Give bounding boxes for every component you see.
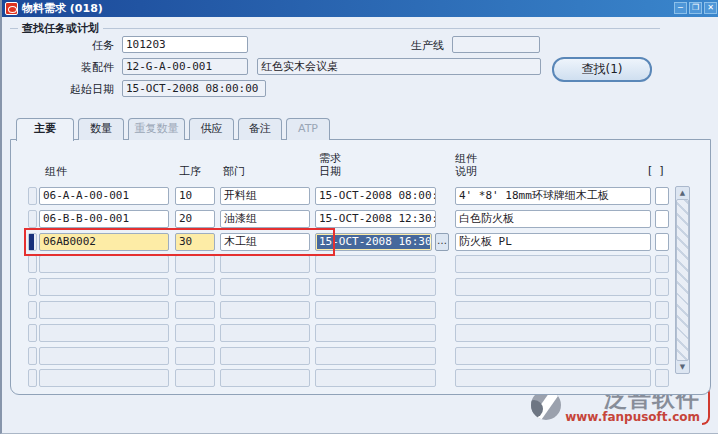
department-cell[interactable] [220, 255, 310, 273]
component-cell[interactable] [39, 255, 169, 273]
demand-date-cell[interactable] [315, 324, 436, 342]
component-cell[interactable] [39, 347, 169, 365]
table-row: 06-B-B-00-001 20 油漆组 15-OCT-2008 12:30:0… [11, 210, 710, 230]
component-cell[interactable] [39, 301, 169, 319]
maximize-icon[interactable]: ❐ [689, 2, 702, 14]
row-checkbox[interactable] [655, 347, 669, 365]
assembly-description-field[interactable]: 红色实木会议桌 [257, 58, 541, 75]
vertical-scrollbar[interactable]: ▲ ▼ [675, 186, 690, 374]
operation-cell[interactable]: 30 [175, 233, 215, 251]
start-date-label: 起始日期 [32, 82, 114, 97]
production-line-input[interactable] [452, 36, 540, 53]
table-row-current: 06AB0002 30 木工组 15-OCT-2008 16:30:00 … 防… [11, 233, 710, 253]
record-selector-current[interactable] [28, 233, 37, 251]
tab-quantity[interactable]: 数量 [78, 118, 124, 140]
demand-date-cell[interactable] [315, 301, 436, 319]
description-cell[interactable]: 防火板 PL [455, 233, 651, 251]
tab-main[interactable]: 主要 [16, 118, 74, 141]
description-cell[interactable] [455, 278, 651, 296]
description-cell[interactable]: 4' *8' 18mm环球牌细木工板 [455, 187, 651, 205]
tab-supply[interactable]: 供应 [189, 118, 234, 140]
operation-cell[interactable] [175, 347, 215, 365]
header-desc-line2: 说明 [455, 164, 477, 179]
tab-notes[interactable]: 备注 [238, 118, 282, 140]
demand-date-cell[interactable] [315, 347, 436, 365]
close-icon[interactable]: ✕ [704, 2, 717, 14]
component-cell[interactable]: 06AB0002 [39, 233, 169, 251]
description-cell[interactable] [455, 347, 651, 365]
operation-cell[interactable]: 20 [175, 210, 215, 228]
description-cell[interactable] [455, 301, 651, 319]
record-selector[interactable] [28, 210, 37, 228]
table-row-empty [11, 324, 710, 344]
description-cell[interactable] [455, 324, 651, 342]
demand-date-cell-selected[interactable]: 15-OCT-2008 16:30:00 [315, 233, 432, 251]
demand-date-cell[interactable] [315, 278, 436, 296]
find-button[interactable]: 查找(1) [552, 57, 652, 82]
title-bar: 物料需求 (018) ─ ❐ ✕ [2, 0, 718, 17]
operation-cell[interactable]: 10 [175, 187, 215, 205]
scroll-up-icon[interactable]: ▲ [676, 187, 689, 199]
window-title: 物料需求 (018) [22, 1, 103, 16]
department-cell[interactable] [220, 347, 310, 365]
description-cell[interactable] [455, 255, 651, 273]
record-selector[interactable] [28, 278, 37, 296]
description-cell[interactable] [455, 369, 651, 387]
operation-cell[interactable] [175, 369, 215, 387]
record-selector[interactable] [28, 324, 37, 342]
row-checkbox[interactable] [655, 210, 669, 228]
header-demand-line2: 日期 [319, 164, 341, 179]
operation-cell[interactable] [175, 255, 215, 273]
department-cell[interactable] [220, 278, 310, 296]
department-cell[interactable]: 木工组 [220, 233, 310, 251]
record-selector[interactable] [28, 255, 37, 273]
tab-repeat-quantity[interactable]: 重复数量 [128, 118, 185, 140]
table-row-empty [11, 369, 710, 389]
row-checkbox[interactable] [655, 301, 669, 319]
assembly-input[interactable]: 12-G-A-00-001 [122, 58, 248, 75]
row-checkbox[interactable] [655, 324, 669, 342]
scroll-down-icon[interactable]: ▼ [676, 361, 689, 373]
component-cell[interactable] [39, 369, 169, 387]
department-cell[interactable] [220, 324, 310, 342]
component-cell[interactable]: 06-A-A-00-001 [39, 187, 169, 205]
scrollbar-thumb[interactable] [676, 199, 689, 361]
component-cell[interactable]: 06-B-B-00-001 [39, 210, 169, 228]
task-input[interactable]: 101203 [122, 36, 248, 53]
header-operation: 工序 [179, 164, 201, 179]
start-date-input[interactable]: 15-OCT-2008 08:00:00 [122, 80, 266, 97]
operation-cell[interactable] [175, 301, 215, 319]
record-selector[interactable] [28, 301, 37, 319]
record-selector[interactable] [28, 187, 37, 205]
demand-date-cell[interactable]: 15-OCT-2008 08:00:00 [315, 187, 436, 205]
row-checkbox[interactable] [655, 369, 669, 387]
row-checkbox[interactable] [655, 255, 669, 273]
production-line-label: 生产线 [392, 38, 444, 53]
row-checkbox[interactable] [655, 278, 669, 296]
component-cell[interactable] [39, 278, 169, 296]
component-cell[interactable] [39, 324, 169, 342]
date-lov-ellipsis-button[interactable]: … [435, 233, 449, 251]
minimize-icon[interactable]: ─ [674, 2, 687, 14]
demand-date-cell[interactable]: 15-OCT-2008 12:30:00 [315, 210, 436, 228]
record-selector[interactable] [28, 347, 37, 365]
tab-atp[interactable]: ATP [286, 118, 330, 140]
material-requirements-window: 物料需求 (018) ─ ❐ ✕ 查找任务或计划 任务 101203 生产线 装… [0, 0, 718, 434]
department-cell[interactable] [220, 301, 310, 319]
row-checkbox[interactable] [655, 187, 669, 205]
row-checkbox[interactable] [655, 233, 669, 251]
department-cell[interactable]: 开料组 [220, 187, 310, 205]
department-cell[interactable] [220, 369, 310, 387]
header-department: 部门 [223, 164, 245, 179]
demand-date-cell[interactable] [315, 255, 436, 273]
find-group-legend: 查找任务或计划 [18, 21, 103, 36]
watermark-url: www.fanpusoft.com [565, 410, 700, 424]
department-cell[interactable]: 油漆组 [220, 210, 310, 228]
record-selector[interactable] [28, 369, 37, 387]
operation-cell[interactable] [175, 324, 215, 342]
demand-date-cell[interactable] [315, 369, 436, 387]
header-checkbox: [ ] [648, 164, 664, 177]
description-cell[interactable]: 白色防火板 [455, 210, 651, 228]
operation-cell[interactable] [175, 278, 215, 296]
header-component: 组件 [45, 164, 67, 179]
